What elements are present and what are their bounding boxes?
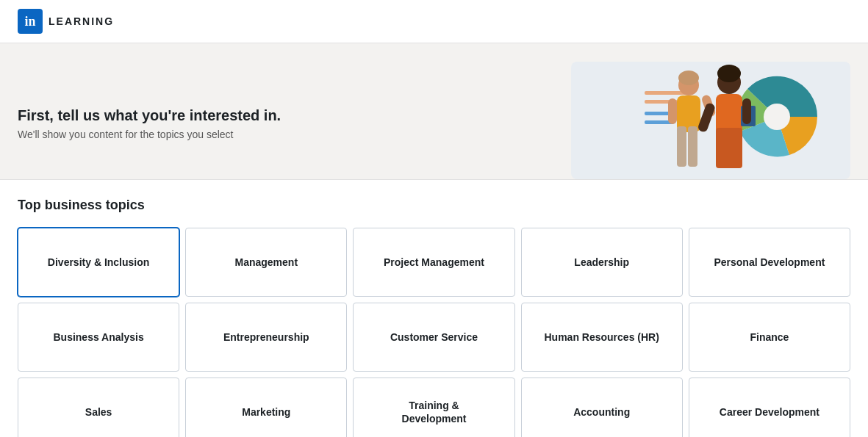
logo-container[interactable]: in LEARNING xyxy=(18,9,114,34)
hero-illustration xyxy=(571,62,850,179)
topic-label-customer-service: Customer Service xyxy=(381,319,487,355)
topic-card-personal-development[interactable]: Personal Development xyxy=(689,228,850,297)
svg-rect-19 xyxy=(742,98,751,124)
learning-label: LEARNING xyxy=(49,15,114,27)
svg-rect-11 xyxy=(668,98,677,124)
svg-point-5 xyxy=(764,104,790,130)
topic-card-training-development[interactable]: Training &Development xyxy=(353,378,514,437)
hero-subtitle: We'll show you content for the topics yo… xyxy=(18,129,571,140)
hero-section: First, tell us what you're interested in… xyxy=(0,43,868,179)
topic-label-accounting: Accounting xyxy=(564,394,639,430)
topic-label-human-resources: Human Resources (HR) xyxy=(536,319,668,355)
svg-rect-10 xyxy=(688,126,697,167)
topic-label-training-development: Training &Development xyxy=(393,387,476,437)
hero-title: First, tell us what you're interested in… xyxy=(18,107,571,124)
topic-card-customer-service[interactable]: Customer Service xyxy=(353,303,514,372)
topic-label-business-analysis: Business Analysis xyxy=(44,319,152,355)
topic-card-management[interactable]: Management xyxy=(185,228,347,297)
svg-rect-16 xyxy=(716,128,742,168)
topic-card-sales[interactable]: Sales xyxy=(18,378,179,437)
topic-label-finance: Finance xyxy=(741,319,797,355)
topic-label-management: Management xyxy=(226,244,307,281)
topics-grid: Diversity & InclusionManagementProject M… xyxy=(18,228,850,437)
svg-rect-9 xyxy=(677,126,686,167)
hero-text: First, tell us what you're interested in… xyxy=(18,100,571,140)
topic-card-career-development[interactable]: Career Development xyxy=(689,378,850,437)
linkedin-logo: in xyxy=(18,9,43,34)
topic-label-marketing: Marketing xyxy=(233,394,299,430)
topic-label-project-management: Project Management xyxy=(375,244,493,281)
main-content: Top business topics Diversity & Inclusio… xyxy=(0,180,868,437)
topic-label-diversity-inclusion: Diversity & Inclusion xyxy=(39,244,158,281)
svg-point-7 xyxy=(678,71,699,85)
svg-point-14 xyxy=(717,65,741,82)
topic-label-leadership: Leadership xyxy=(565,244,638,281)
topic-card-leadership[interactable]: Leadership xyxy=(521,228,683,297)
topic-label-sales: Sales xyxy=(76,394,121,430)
topic-label-entrepreneurship: Entrepreneurship xyxy=(215,319,318,355)
topic-card-entrepreneurship[interactable]: Entrepreneurship xyxy=(185,303,347,372)
topic-card-diversity-inclusion[interactable]: Diversity & Inclusion xyxy=(18,228,179,297)
app-header: in LEARNING xyxy=(0,0,868,43)
topic-card-human-resources[interactable]: Human Resources (HR) xyxy=(521,303,683,372)
topic-card-business-analysis[interactable]: Business Analysis xyxy=(18,303,179,372)
topic-label-career-development: Career Development xyxy=(711,394,828,430)
topic-card-marketing[interactable]: Marketing xyxy=(185,378,347,437)
topic-card-finance[interactable]: Finance xyxy=(689,303,850,372)
topic-label-personal-development: Personal Development xyxy=(705,244,833,281)
topic-card-accounting[interactable]: Accounting xyxy=(521,378,683,437)
topic-card-project-management[interactable]: Project Management xyxy=(353,228,514,297)
section-title: Top business topics xyxy=(18,198,850,213)
illustration-svg xyxy=(571,62,850,179)
